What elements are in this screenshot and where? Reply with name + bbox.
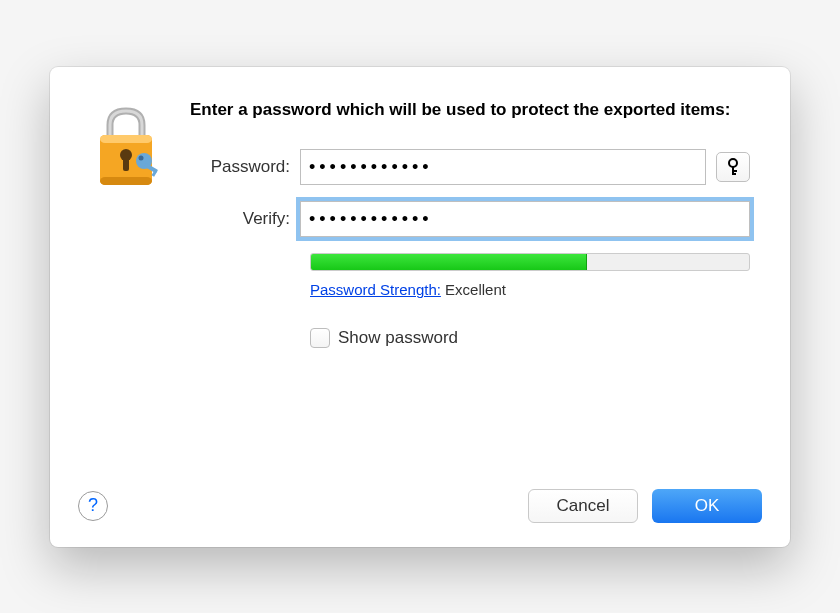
show-password-checkbox[interactable] [310,328,330,348]
show-password-label: Show password [338,328,458,348]
dialog-heading: Enter a password which will be used to p… [190,99,750,122]
password-input[interactable] [300,149,706,185]
svg-rect-2 [100,177,152,185]
password-strength-link[interactable]: Password Strength: [310,281,441,298]
help-button[interactable]: ? [78,491,108,521]
svg-rect-12 [732,173,736,175]
verify-label: Verify: [190,209,300,229]
cancel-button[interactable]: Cancel [528,489,638,523]
svg-point-9 [729,159,737,167]
password-strength-value: Excellent [445,281,506,298]
svg-rect-11 [732,170,737,172]
password-strength-fill [311,254,587,270]
key-icon [725,158,741,176]
verify-input[interactable] [300,201,750,237]
svg-rect-4 [123,157,129,171]
password-label: Password: [190,157,300,177]
password-export-dialog: Enter a password which will be used to p… [50,67,790,547]
svg-point-6 [139,155,144,160]
ok-button[interactable]: OK [652,489,762,523]
password-strength-bar [310,253,750,271]
svg-rect-1 [100,135,152,143]
password-assistant-button[interactable] [716,152,750,182]
lock-icon [90,99,162,349]
